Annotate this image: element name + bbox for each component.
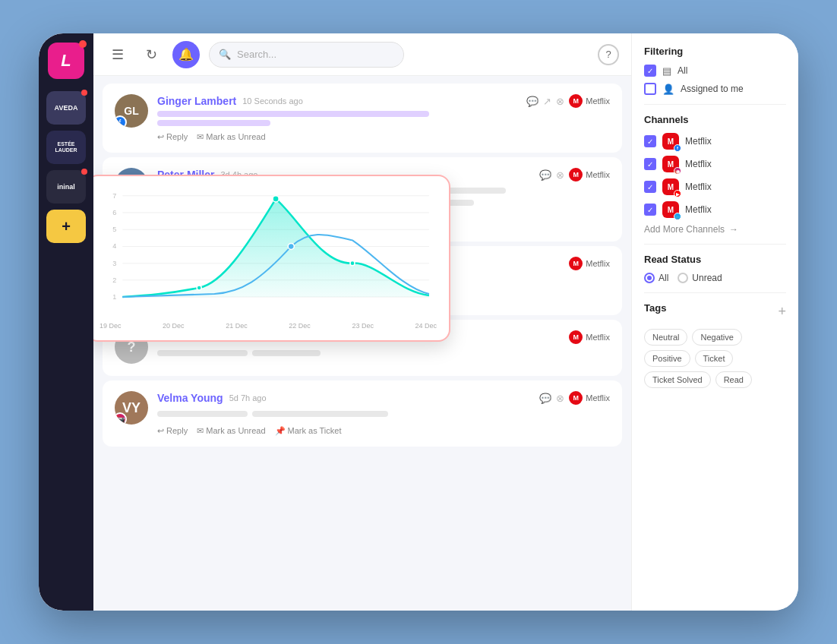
channel-checkbox[interactable]: ✓ [644, 135, 656, 147]
messages-list: GL f Ginger Lambert 10 Seconds ago 💬 ↗ ⊗… [93, 76, 631, 611]
channel-name: Metflix [685, 182, 712, 192]
read-status-options: All Unread [644, 273, 786, 283]
right-filter-panel: Filtering ✓ ▤ All 👤 Assigned to me Chann… [631, 33, 798, 611]
analytics-chart: 7 6 5 4 3 2 1 [99, 185, 437, 317]
read-status-all-label: All [659, 273, 668, 283]
platform-facebook-icon: f [115, 115, 127, 128]
brand-logo: M [569, 168, 583, 182]
brand-name: Metflix [586, 393, 610, 402]
channels-section-title: Channels [644, 114, 786, 125]
svg-point-15 [197, 286, 201, 290]
reply-icon: 💬 [539, 169, 551, 181]
chart-label: 19 Dec [99, 322, 122, 330]
chart-label: 22 Dec [289, 322, 311, 330]
divider [644, 104, 786, 105]
brand-indicator: M Metflix [569, 168, 610, 182]
channel-checkbox[interactable]: ✓ [644, 158, 656, 170]
read-status-unread-option[interactable]: Unread [677, 273, 722, 283]
brand-indicator: M Metflix [569, 330, 610, 344]
tag-ticket[interactable]: Ticket [695, 350, 734, 367]
tag-positive[interactable]: Positive [644, 350, 690, 367]
brand-name: Metflix [586, 170, 610, 179]
topbar: ☰ ↻ 🔔 🔍 Search... ? [93, 33, 631, 76]
channel-platform-icon: ▶ [674, 190, 681, 197]
svg-point-14 [273, 196, 279, 202]
brand-indicator: M Metflix [569, 94, 610, 108]
channel-logo: M ▶ [662, 178, 679, 195]
sidebar-item-active[interactable]: + [46, 210, 86, 243]
app-logo[interactable]: L [48, 43, 84, 79]
refresh-icon[interactable]: ↻ [139, 43, 163, 67]
search-bar[interactable]: 🔍 Search... [209, 42, 404, 68]
sidebar-item-ininal[interactable]: ininal [46, 170, 86, 204]
reply-button[interactable]: ↩ Reply [157, 132, 188, 142]
channel-checkbox[interactable]: ✓ [644, 181, 656, 193]
sidebar: L AVEDA ESTÉELAUDER ininal + [39, 33, 93, 611]
filter-all-icon: ▤ [662, 65, 671, 77]
svg-text:7: 7 [112, 192, 116, 200]
svg-text:2: 2 [112, 276, 116, 284]
channel-platform-icon: 🐦 [674, 213, 681, 220]
brand-name: Metflix [586, 96, 610, 106]
read-status-all-option[interactable]: All [644, 273, 668, 283]
channel-name: Metflix [685, 204, 712, 215]
add-tag-button[interactable]: + [778, 304, 786, 320]
share-icon: ↗ [543, 96, 551, 107]
tag-ticket-solved[interactable]: Ticket Solved [644, 371, 711, 388]
reply-icon: 💬 [526, 96, 539, 107]
filtering-section-title: Filtering [644, 46, 786, 57]
sidebar-item-aveda[interactable]: AVEDA [46, 91, 86, 125]
tag-negative[interactable]: Negative [692, 329, 741, 346]
svg-text:4: 4 [112, 242, 116, 250]
divider [644, 244, 786, 245]
svg-text:3: 3 [112, 260, 116, 267]
main-content: ☰ ↻ 🔔 🔍 Search... ? GL f G [93, 33, 631, 611]
chart-label: 21 Dec [226, 322, 248, 330]
help-button[interactable]: ? [598, 44, 619, 65]
filter-assigned-row: 👤 Assigned to me [644, 83, 786, 95]
svg-text:1: 1 [112, 293, 116, 301]
table-row: VY 📷 Velma Young 5d 7h ago 💬 ⊗ M Metflix [103, 380, 622, 447]
mark-ticket-button[interactable]: 📌 Mark as Ticket [275, 426, 342, 436]
chart-label: 24 Dec [415, 322, 437, 330]
sidebar-brand-label: + [62, 217, 71, 235]
brand-logo: M [569, 94, 583, 108]
sidebar-brand-label: AVEDA [55, 104, 78, 112]
brand-logo: M [569, 391, 583, 405]
app-container: L AVEDA ESTÉELAUDER ininal + ☰ ↻ 🔔 🔍 Sea… [39, 33, 798, 611]
tag-neutral[interactable]: Neutral [644, 329, 687, 346]
sidebar-brand-label: ininal [57, 183, 75, 191]
search-placeholder: Search... [237, 49, 276, 60]
chart-x-labels: 19 Dec 20 Dec 21 Dec 22 Dec 23 Dec 24 De… [99, 322, 437, 330]
channel-name: Metflix [685, 159, 712, 169]
add-more-channels-button[interactable]: Add More Channels → [644, 224, 786, 235]
filter-assigned-checkbox[interactable] [644, 83, 656, 95]
chart-label: 20 Dec [163, 322, 185, 330]
reply-button[interactable]: ↩ Reply [157, 426, 188, 436]
sidebar-item-estee[interactable]: ESTÉELAUDER [46, 131, 86, 164]
mark-unread-button[interactable]: ✉ Mark as Unread [197, 426, 265, 436]
mark-unread-button[interactable]: ✉ Mark as Unread [197, 132, 265, 142]
reply-icon: 💬 [539, 393, 551, 404]
brand-indicator: M Metflix [569, 391, 610, 405]
chart-label: 23 Dec [352, 322, 374, 330]
filter-all-checkbox[interactable]: ✓ [644, 65, 656, 77]
channel-row: ✓ M ◉ Metflix [644, 156, 786, 172]
channel-platform-icon: f [674, 144, 681, 152]
arrow-icon: → [729, 224, 738, 235]
filter-all-row: ✓ ▤ All [644, 65, 786, 77]
channel-checkbox[interactable]: ✓ [644, 204, 656, 216]
message-time: 5d 7h ago [229, 393, 267, 402]
channel-platform-icon: ◉ [674, 167, 681, 175]
brand-logo: M [569, 257, 583, 270]
menu-icon[interactable]: ☰ [106, 43, 130, 67]
notification-bell[interactable]: 🔔 [172, 41, 200, 68]
channel-row: ✓ M ▶ Metflix [644, 178, 786, 195]
read-status-section-title: Read Status [644, 254, 786, 265]
brand-name: Metflix [586, 333, 610, 342]
logo-letter: L [61, 51, 71, 71]
filter-all-label: All [677, 65, 687, 76]
search-icon: 🔍 [219, 49, 231, 60]
tag-read[interactable]: Read [715, 371, 752, 388]
radio-unread [677, 273, 688, 283]
